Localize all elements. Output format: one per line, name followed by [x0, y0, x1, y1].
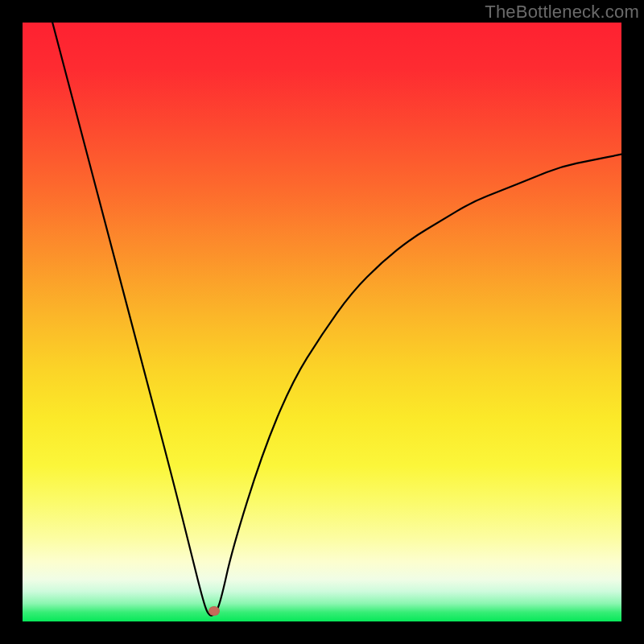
bottleneck-curve: [52, 23, 621, 616]
chart-frame: TheBottleneck.com: [0, 0, 644, 644]
watermark-text: TheBottleneck.com: [485, 2, 639, 23]
marker-dot: [208, 606, 220, 616]
plot-area: [23, 23, 621, 621]
curve-svg: [23, 23, 621, 621]
